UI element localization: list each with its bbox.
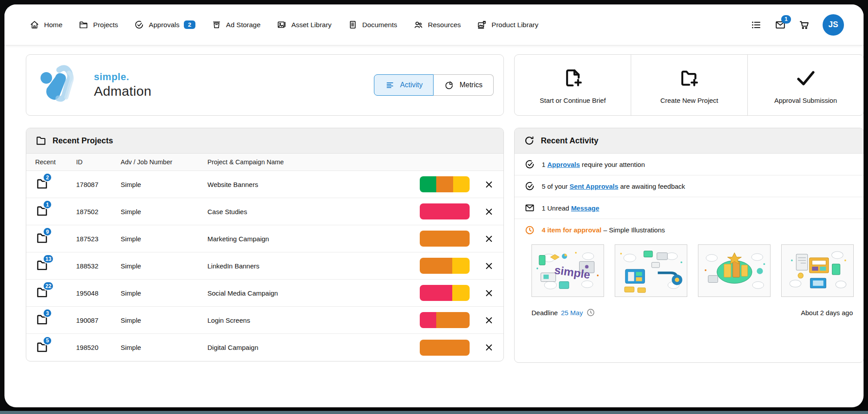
- project-folder-button[interactable]: 5: [35, 340, 76, 355]
- deadline-row: Deadline 25 May About 2 days ago: [515, 297, 864, 317]
- projects-column-header: Recent ID Adv / Job Number Project & Cam…: [26, 154, 503, 171]
- project-name: Case Studies: [207, 208, 420, 215]
- nav-item-asset-library[interactable]: Asset Library: [276, 20, 331, 30]
- project-adv: Simple: [121, 235, 207, 243]
- check-circle-icon: [134, 20, 144, 30]
- activity-list-icon: [385, 80, 395, 90]
- activity-text: 1 Unread Message: [542, 204, 599, 212]
- messages-button[interactable]: 1: [775, 19, 786, 31]
- sent-approvals-link[interactable]: Sent Approvals: [570, 183, 618, 190]
- project-row[interactable]: 5198520SimpleDigital Campaign: [26, 334, 503, 361]
- project-folder-button[interactable]: 2: [35, 177, 76, 192]
- status-segment: [420, 285, 452, 301]
- status-bar: [420, 312, 470, 328]
- close-icon: [484, 180, 494, 189]
- close-icon: [484, 261, 494, 271]
- project-folder-button[interactable]: 9: [35, 231, 76, 246]
- project-row[interactable]: 3190087SimpleLogin Screens: [26, 307, 503, 334]
- nav-item-approvals[interactable]: Approvals 2: [134, 20, 195, 30]
- cart-button[interactable]: [799, 19, 810, 31]
- recent-projects-header: Recent Projects: [26, 128, 503, 154]
- project-folder-button[interactable]: 1: [35, 204, 76, 219]
- close-icon: [484, 343, 494, 352]
- tab-activity[interactable]: Activity: [374, 74, 434, 96]
- clock-icon: [586, 308, 596, 317]
- nav-item-ad-storage[interactable]: Ad Storage: [211, 20, 261, 30]
- nav-item-product-library[interactable]: Product Library: [477, 20, 538, 30]
- nav-label: Projects: [93, 21, 118, 29]
- nav-item-home[interactable]: Home: [29, 20, 62, 30]
- list-menu-button[interactable]: [750, 19, 762, 31]
- status-segment: [452, 285, 470, 301]
- approval-thumbnail-1[interactable]: simple: [531, 244, 604, 297]
- tab-metrics[interactable]: Metrics: [434, 74, 494, 96]
- project-folder-button[interactable]: 3: [35, 313, 76, 328]
- message-link[interactable]: Message: [571, 204, 599, 212]
- col-recent: Recent: [35, 158, 76, 166]
- project-row[interactable]: 13188532SimpleLinkedIn Banners: [26, 252, 503, 280]
- user-avatar[interactable]: JS: [823, 14, 844, 36]
- project-id: 187502: [76, 208, 121, 215]
- project-folder-button[interactable]: 13: [35, 258, 76, 273]
- remove-project-button[interactable]: [483, 179, 495, 190]
- project-folder-button[interactable]: 22: [35, 285, 76, 300]
- approval-thumbnail-3[interactable]: [698, 244, 771, 297]
- project-row[interactable]: 2178087SimpleWebsite Banners: [26, 171, 503, 198]
- remove-project-button[interactable]: [483, 233, 495, 244]
- nav-label: Approvals: [149, 21, 179, 29]
- recent-activity-header: Recent Activity: [515, 128, 864, 154]
- project-row[interactable]: 22195048SimpleSocial Media Campaign: [26, 280, 503, 307]
- approval-thumbnail-2[interactable]: [615, 244, 687, 297]
- remove-project-button[interactable]: [483, 206, 495, 217]
- remove-project-button[interactable]: [483, 342, 495, 353]
- nav-item-resources[interactable]: Resources: [413, 20, 461, 30]
- project-adv: Simple: [121, 208, 207, 215]
- project-count-badge: 5: [43, 336, 52, 345]
- nav-label: Product Library: [491, 21, 538, 29]
- approval-submission-button[interactable]: Approval Submission: [747, 55, 864, 115]
- checkmark-icon: [794, 66, 817, 89]
- project-count-badge: 2: [43, 173, 52, 182]
- project-name: Marketing Campaign: [207, 235, 420, 243]
- start-brief-button[interactable]: Start or Continue Brief: [515, 55, 631, 115]
- nav-item-documents[interactable]: Documents: [348, 20, 397, 30]
- create-project-button[interactable]: Create New Project: [631, 55, 747, 115]
- top-navbar: Home Projects Approvals 2 Ad Storage Ass…: [4, 4, 864, 45]
- nav-label: Documents: [362, 21, 397, 29]
- app-window: Home Projects Approvals 2 Ad Storage Ass…: [4, 4, 864, 407]
- approval-thumbnail-4[interactable]: [781, 244, 854, 297]
- image-icon: [276, 20, 287, 30]
- brand-card: simple. Admation Activity Metrics: [26, 54, 504, 116]
- mail-icon: [524, 203, 535, 213]
- unread-mail-badge: 1: [781, 15, 791, 24]
- approvals-link[interactable]: Approvals: [548, 161, 580, 168]
- home-icon: [29, 20, 40, 30]
- status-bar: [420, 176, 470, 192]
- nav-label: Home: [44, 21, 62, 29]
- cart-icon: [799, 19, 810, 31]
- project-adv: Simple: [121, 262, 207, 270]
- nav-item-projects[interactable]: Projects: [78, 20, 118, 30]
- storage-bin-icon: [211, 20, 222, 30]
- nav-menu: Home Projects Approvals 2 Ad Storage Ass…: [29, 20, 538, 30]
- project-name: Website Banners: [207, 181, 420, 188]
- project-row[interactable]: 1187502SimpleCase Studies: [26, 198, 503, 225]
- project-adv: Simple: [121, 344, 207, 351]
- quick-label: Start or Continue Brief: [539, 97, 605, 104]
- view-tabs: Activity Metrics: [374, 74, 494, 96]
- deadline-date-link[interactable]: 25 May: [561, 309, 583, 317]
- project-adv: Simple: [121, 181, 207, 188]
- remove-project-button[interactable]: [483, 260, 495, 272]
- activity-item-unread-message: 1 Unread Message: [515, 197, 864, 219]
- folder-plus-icon: [677, 66, 701, 89]
- remove-project-button[interactable]: [483, 314, 495, 326]
- left-column: simple. Admation Activity Metrics: [26, 54, 504, 363]
- project-id: 198520: [76, 344, 121, 351]
- activity-item-approval-alert: 4 item for approval – Simple Illustratio…: [515, 219, 864, 241]
- brand-simple: simple.: [94, 71, 151, 83]
- remove-project-button[interactable]: [483, 287, 495, 299]
- refresh-icon: [523, 135, 535, 146]
- project-row[interactable]: 9187523SimpleMarketing Campaign: [26, 225, 503, 252]
- status-segment: [436, 176, 453, 192]
- status-bar: [420, 258, 470, 274]
